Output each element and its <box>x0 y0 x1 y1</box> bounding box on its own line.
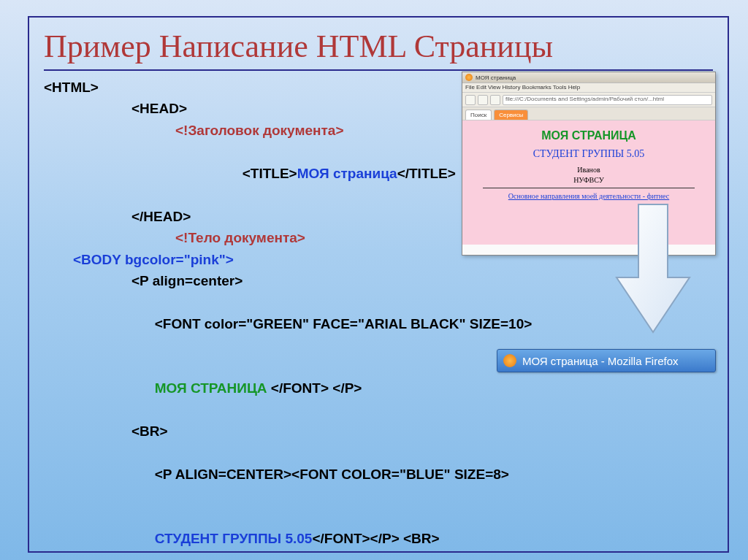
code-line: <P align=center> <box>131 273 243 288</box>
code-text: МОЯ СТРАНИЦА <box>155 380 267 396</box>
reload-icon <box>490 95 500 105</box>
page-text: НУФВСУ <box>465 176 712 184</box>
firefox-icon <box>465 74 473 81</box>
browser-tabs: Поиск Сервисы <box>462 107 715 120</box>
code-tag: <P ALIGN=CENTER><FONT COLOR= <box>155 467 400 482</box>
code-tag: <TITLE> <box>243 166 297 181</box>
code-line: <BR> <box>131 423 168 439</box>
code-text: "BLUE" <box>400 467 451 482</box>
arrow-icon <box>609 197 697 336</box>
page-heading: МОЯ СТРАНИЦА <box>465 129 712 142</box>
browser-tab: Сервисы <box>494 110 528 120</box>
code-tag: </FONT> </P> <box>267 380 362 396</box>
slide-title: Пример Написание HTML Страницы <box>44 28 713 71</box>
code-line: <HTML> <box>44 80 99 95</box>
code-text: МОЯ страница <box>297 166 397 181</box>
browser-tab: Поиск <box>465 110 492 120</box>
address-bar: file:///C:/Documents and Settings/admin/… <box>503 95 712 105</box>
browser-titlebar: МОЯ страница <box>462 72 715 83</box>
code-comment: <!Тело документа> <box>175 230 305 245</box>
code-tag: </FONT></P> <box>312 531 399 546</box>
code-tag: <BR> <box>403 531 440 546</box>
browser-toolbar: file:///C:/Documents and Settings/admin/… <box>462 93 715 107</box>
code-line: </HEAD> <box>131 209 191 224</box>
page-text: Иванов <box>465 166 712 174</box>
code-tag: SIZE=8> <box>451 467 509 482</box>
code-line: <HEAD> <box>131 101 187 116</box>
taskbar-button-label: МОЯ страница - Mozilla Firefox <box>522 355 679 367</box>
code-line: <BODY bgcolor="pink"> <box>73 252 234 267</box>
browser-window-title: МОЯ страница <box>476 74 516 81</box>
code-tag: </TITLE> <box>397 166 456 181</box>
code-text: СТУДЕНТ ГРУППЫ 5.05 <box>155 531 313 546</box>
forward-icon <box>478 95 488 105</box>
code-tag: <FONT color="GREEN" FACE= <box>155 316 358 331</box>
page-hr <box>483 188 695 188</box>
browser-menu: File Edit View History Bookmarks Tools H… <box>462 83 715 93</box>
code-text: "ARIAL BLACK" <box>358 316 466 331</box>
code-tag: SIZE=10> <box>465 316 532 331</box>
firefox-icon <box>503 354 516 367</box>
taskbar-button[interactable]: МОЯ страница - Mozilla Firefox <box>497 349 716 372</box>
code-comment: <!Заголовок документа> <box>175 123 344 138</box>
back-icon <box>465 95 476 105</box>
page-subheading: СТУДЕНТ ГРУППЫ 5.05 <box>465 148 712 160</box>
